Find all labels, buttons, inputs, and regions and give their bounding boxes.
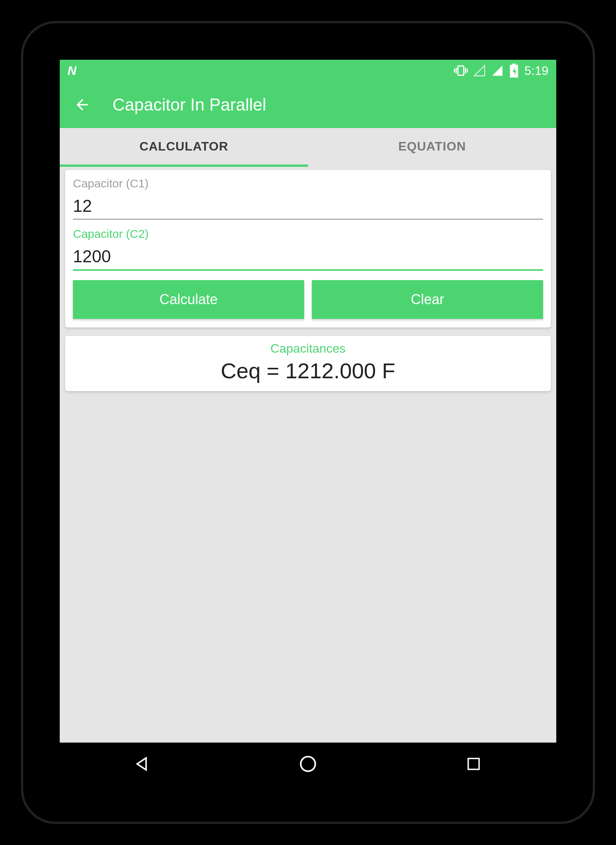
result-label: Capacitances (73, 341, 543, 356)
device-frame: N 5:19 Cap (21, 21, 595, 824)
input-card: Capacitor (C1) Capacitor (C2) Calculate … (65, 170, 551, 327)
battery-charging-icon (509, 64, 519, 78)
nav-back-button[interactable] (131, 752, 154, 776)
field-c1: Capacitor (C1) (73, 177, 543, 220)
triangle-back-icon (133, 755, 151, 773)
result-card: Capacitances Ceq = 1212.000 F (65, 336, 551, 391)
tab-equation[interactable]: EQUATION (308, 128, 556, 167)
system-nav-bar (60, 743, 556, 785)
status-bar: N 5:19 (60, 60, 556, 81)
c2-label: Capacitor (C2) (73, 227, 543, 241)
status-time: 5:19 (524, 64, 549, 78)
tab-label: EQUATION (398, 139, 466, 154)
clear-button[interactable]: Clear (312, 280, 543, 319)
calculate-button[interactable]: Calculate (73, 280, 304, 319)
back-button[interactable] (71, 94, 93, 116)
content-area: Capacitor (C1) Capacitor (C2) Calculate … (60, 167, 556, 743)
field-c2: Capacitor (C2) (73, 227, 543, 271)
nav-home-button[interactable] (296, 752, 320, 776)
button-label: Clear (411, 291, 444, 308)
screen: N 5:19 Cap (60, 60, 556, 785)
nav-recent-button[interactable] (462, 752, 485, 776)
button-label: Calculate (159, 291, 218, 308)
c1-label: Capacitor (C1) (73, 177, 543, 190)
tab-bar: CALCULATOR EQUATION (60, 128, 556, 167)
signal-full-icon (491, 64, 504, 77)
android-n-icon: N (67, 64, 76, 78)
square-recent-icon (465, 756, 482, 772)
page-title: Capacitor In Parallel (112, 95, 266, 114)
arrow-back-icon (74, 96, 91, 113)
svg-point-0 (301, 757, 315, 771)
tab-label: CALCULATOR (139, 139, 228, 154)
svg-rect-1 (468, 758, 479, 769)
circle-home-icon (298, 754, 318, 774)
c1-input[interactable] (73, 192, 543, 220)
result-value: Ceq = 1212.000 F (73, 358, 543, 383)
c2-input[interactable] (73, 243, 543, 271)
button-row: Calculate Clear (73, 280, 543, 319)
app-bar: Capacitor In Parallel (60, 81, 556, 128)
vibrate-icon (454, 64, 468, 78)
signal-empty-icon (473, 64, 486, 77)
tab-calculator[interactable]: CALCULATOR (60, 128, 308, 167)
